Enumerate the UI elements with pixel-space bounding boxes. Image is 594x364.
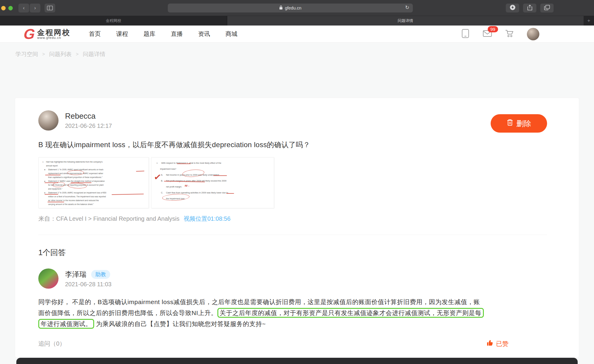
- slide-line: and equipment.": [42, 187, 146, 191]
- slide-line: A.Net income in years prior to 2009 was …: [156, 172, 270, 178]
- nav-item-0[interactable]: 首页: [89, 30, 101, 38]
- nav-item-4[interactable]: 资讯: [198, 30, 210, 38]
- question-detail-card: Rebecca 2021-06-26 12:17 删除 B 现在确认impair…: [15, 98, 579, 358]
- page-content: G 金程网校 www.gfedu.cn 首页课程题库直播资讯商城 99: [0, 26, 594, 364]
- breadcrumb-separator: >: [42, 52, 45, 57]
- message-count-badge: 99: [488, 26, 498, 32]
- slide-line: C.Cash flow from operating activities in…: [156, 190, 270, 196]
- site-header: G 金程网校 www.gfedu.cn 首页课程题库直播资讯商城 99: [0, 26, 594, 43]
- breadcrumb-item-0[interactable]: 学习空间: [15, 50, 38, 58]
- nav-item-3[interactable]: 直播: [171, 30, 183, 38]
- browser-toolbar: ‹ › gfedu.cn ↻: [0, 0, 594, 16]
- answer-text: 同学你好， 不是的，B选项确认impairment loss减值损失后，之后年度…: [38, 296, 484, 329]
- forward-button[interactable]: ›: [30, 4, 40, 12]
- slide-line: ●Statement 1 "In 2009, AMRC spent signif…: [42, 168, 146, 171]
- slide-line: annual report:: [42, 164, 146, 168]
- delete-label: 删除: [516, 119, 531, 128]
- reload-button[interactable]: ↻: [403, 4, 411, 11]
- nav-item-5[interactable]: 商城: [225, 30, 237, 38]
- teaching-assistant-badge: 助教: [91, 270, 110, 279]
- slide-line: for both financial and tax reporting pur…: [42, 183, 146, 187]
- phone-icon: [462, 29, 469, 39]
- slide-line: ●Statement 2 "AMRC uses the straight-lin…: [42, 179, 146, 183]
- breadcrumb: 学习空间>问题列表>问题详情: [15, 50, 594, 58]
- slide-line: ➢Hart has highlighted the following stat…: [42, 160, 146, 164]
- cart-icon: [505, 29, 514, 39]
- nav-item-1[interactable]: 课程: [116, 30, 128, 38]
- tabs-icon: [544, 5, 550, 12]
- slide-line: million on a fleet of locomotives. The i…: [42, 195, 146, 198]
- attachment-image-question[interactable]: ➢With respect to Statement 3, what is th…: [151, 157, 274, 208]
- logo-name: 金程网校: [37, 28, 70, 36]
- main-nav: 首页课程题库直播资讯商城: [89, 30, 237, 38]
- lock-icon: [279, 5, 283, 11]
- answer-count: 1个回答: [38, 247, 547, 258]
- breadcrumb-item-2[interactable]: 问题详情: [83, 50, 105, 58]
- tab-bar: 金程网校 问题详情 +: [0, 16, 594, 26]
- slide-line: carrying amount of the assets on the bal…: [42, 202, 146, 206]
- tab-gfedu-home[interactable]: 金程网校: [0, 16, 227, 26]
- tab-overview-button[interactable]: [540, 4, 554, 12]
- video-position-link[interactable]: 视频位置01:08:56: [184, 215, 230, 223]
- liked-label: 已赞: [496, 340, 508, 348]
- minimize-button[interactable]: [1, 6, 6, 10]
- breadcrumb-item-1[interactable]: 问题列表: [49, 50, 72, 58]
- attachment-image-statements[interactable]: ➢Hart has highlighted the following stat…: [38, 157, 149, 208]
- site-logo[interactable]: G 金程网校 www.gfedu.cn: [24, 27, 70, 41]
- answer-author-name: 李泽瑞: [65, 270, 86, 279]
- tab-question-detail[interactable]: 问题详情: [227, 16, 584, 26]
- slide-line: net profit margin.: [156, 184, 270, 190]
- address-bar[interactable]: gfedu.cn ↻: [168, 4, 413, 12]
- slide-line: impairment loss?: [156, 166, 270, 172]
- url-host: gfedu.cn: [285, 6, 301, 10]
- user-avatar[interactable]: [527, 28, 539, 40]
- logo-domain: www.gfedu.cn: [37, 36, 70, 40]
- slide-line: replacement and similar improvements. AM…: [42, 171, 146, 175]
- background-window-edge: [16, 358, 578, 364]
- sidebar-toggle-button[interactable]: [45, 4, 55, 12]
- question-timestamp: 2021-06-26 12:17: [65, 123, 112, 129]
- question-title: B 现在确认impairment loss，以后年度不再做减值损失depreci…: [38, 140, 547, 150]
- slide-line: than capitalised a significant proportio…: [42, 175, 146, 179]
- safari-window: ‹ › gfedu.cn ↻: [0, 0, 594, 364]
- cart-button[interactable]: [505, 30, 514, 39]
- section-divider: [38, 235, 547, 235]
- download-icon: [510, 4, 516, 12]
- slide-line: the impairment loss.: [156, 196, 270, 202]
- messages-button[interactable]: 99: [483, 30, 492, 39]
- question-author-avatar: [38, 110, 59, 131]
- thumbs-up-icon: [486, 339, 493, 348]
- trash-icon: [507, 119, 513, 128]
- nav-item-2[interactable]: 题库: [143, 30, 155, 38]
- back-button[interactable]: ‹: [18, 4, 29, 12]
- slide-line: ●Statement 3 "In 2009, AMRC recognized a…: [42, 191, 146, 195]
- zoom-button[interactable]: [8, 6, 13, 10]
- logo-mark-icon: G: [23, 27, 35, 41]
- followup-button[interactable]: 追问（0）: [38, 340, 65, 348]
- slide-line: ➢With respect to Statement 3, what is th…: [156, 160, 270, 166]
- slide-line: as 'other income' in the income statemen…: [42, 198, 146, 202]
- share-icon: [527, 4, 533, 12]
- delete-button[interactable]: 删除: [491, 114, 547, 133]
- answer-author-avatar: [38, 268, 59, 289]
- answer-timestamp: 2021-06-28 11:03: [65, 281, 111, 288]
- slide-text: ➢Hart has highlighted the following stat…: [42, 160, 146, 206]
- sidebar-icon: [47, 6, 53, 10]
- downloads-button[interactable]: [506, 4, 519, 12]
- share-button[interactable]: [523, 4, 536, 12]
- slide-text: ➢With respect to Statement 3, what is th…: [156, 160, 270, 202]
- new-tab-button[interactable]: +: [584, 16, 594, 26]
- breadcrumb-separator: >: [76, 52, 78, 57]
- traffic-lights: [1, 6, 13, 10]
- like-button[interactable]: 已赞: [486, 339, 508, 348]
- mobile-app-button[interactable]: [461, 30, 470, 39]
- source-label: 来自：CFA Level I > Financial Reporting and…: [38, 215, 179, 223]
- question-author-name: Rebecca: [65, 112, 112, 121]
- answer-segment: 为乘风破浪的自己【点赞】让我们知晓您对答疑服务的支持~: [94, 320, 266, 327]
- slide-line: B.Net profit margins in years after 2009…: [156, 178, 270, 184]
